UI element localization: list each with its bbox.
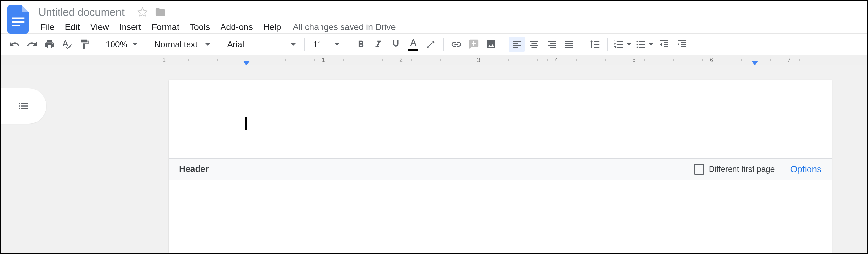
ruler-minor-tick xyxy=(673,59,674,61)
redo-button[interactable] xyxy=(24,36,40,52)
ruler-minor-tick xyxy=(732,59,732,61)
ruler-minor-tick xyxy=(392,59,392,61)
increase-indent-button[interactable] xyxy=(674,36,689,52)
italic-button[interactable] xyxy=(371,36,386,52)
spellcheck-button[interactable] xyxy=(59,36,75,52)
ruler-minor-tick xyxy=(450,59,451,61)
align-center-button[interactable] xyxy=(526,36,542,52)
ruler-minor-tick xyxy=(537,59,538,61)
undo-button[interactable] xyxy=(7,36,22,52)
svg-rect-2 xyxy=(12,25,20,27)
different-first-page-group[interactable]: Different first page xyxy=(694,164,775,174)
ruler-minor-tick xyxy=(606,59,606,61)
style-value: Normal text xyxy=(155,39,197,50)
svg-rect-1 xyxy=(12,21,25,23)
docs-logo-icon[interactable] xyxy=(7,5,29,34)
ruler-minor-tick xyxy=(343,59,344,61)
ruler-minor-tick xyxy=(440,59,441,61)
separator xyxy=(97,38,97,51)
ruler-minor-tick xyxy=(198,59,198,61)
ruler-minor-tick xyxy=(208,59,208,61)
ruler-minor-tick xyxy=(266,59,266,61)
document-title[interactable]: Untitled document xyxy=(35,6,128,19)
ruler-minor-tick xyxy=(460,59,460,61)
paint-format-button[interactable] xyxy=(76,36,92,52)
header-label: Header xyxy=(179,164,694,174)
header-region[interactable] xyxy=(169,81,832,158)
ruler-minor-tick xyxy=(780,59,780,61)
ruler-minor-tick xyxy=(305,59,305,61)
text-color-swatch xyxy=(408,49,418,51)
ruler-minor-tick xyxy=(489,59,489,61)
header-options-button[interactable]: Options xyxy=(790,164,822,174)
menu-addons[interactable]: Add-ons xyxy=(215,20,258,35)
align-justify-button[interactable] xyxy=(561,36,577,52)
star-icon[interactable] xyxy=(137,6,148,18)
ruler-tick: 6 xyxy=(710,57,713,64)
title-area: Untitled document File Edit View Insert … xyxy=(35,5,861,35)
styles-dropdown[interactable]: Normal text xyxy=(150,36,215,52)
menu-help[interactable]: Help xyxy=(258,20,286,35)
zoom-value: 100% xyxy=(106,39,127,50)
document-page[interactable]: Header Different first page Options xyxy=(169,81,832,253)
ruler-tick: 5 xyxy=(632,57,636,64)
ruler-tick: 3 xyxy=(477,57,480,64)
numbered-list-button[interactable] xyxy=(612,36,633,52)
separator xyxy=(348,38,348,51)
menu-format[interactable]: Format xyxy=(147,20,185,35)
ruler-minor-tick xyxy=(237,59,237,61)
insert-link-button[interactable] xyxy=(448,36,464,52)
ruler-minor-tick xyxy=(179,59,179,61)
text-color-button[interactable] xyxy=(406,36,421,52)
insert-image-button[interactable] xyxy=(484,36,499,52)
underline-button[interactable] xyxy=(388,36,404,52)
decrease-indent-button[interactable] xyxy=(656,36,672,52)
svg-rect-0 xyxy=(12,18,25,20)
ruler-minor-tick xyxy=(596,59,596,61)
ruler-minor-tick xyxy=(761,59,761,61)
save-status[interactable]: All changes saved in Drive xyxy=(293,22,396,32)
separator xyxy=(304,38,305,51)
topbar: Untitled document File Edit View Insert … xyxy=(1,1,867,33)
ruler-minor-tick xyxy=(353,59,353,61)
bold-button[interactable] xyxy=(353,36,369,52)
font-value: Arial xyxy=(227,39,244,50)
different-first-page-checkbox[interactable] xyxy=(694,164,704,174)
ruler-minor-tick xyxy=(276,59,276,61)
ruler[interactable]: 1 1 2 3 4 5 6 7 xyxy=(1,55,867,65)
ruler-minor-tick xyxy=(703,59,703,61)
ruler-minor-tick xyxy=(722,59,722,61)
caret-icon xyxy=(291,43,296,45)
canvas-area: Header Different first page Options xyxy=(1,65,867,253)
ruler-tick: 2 xyxy=(399,57,403,64)
bulleted-list-button[interactable] xyxy=(633,36,655,52)
menu-file[interactable]: File xyxy=(35,20,60,35)
menu-insert[interactable]: Insert xyxy=(114,20,147,35)
add-comment-button[interactable] xyxy=(466,36,482,52)
font-size-dropdown[interactable]: 11 xyxy=(309,36,344,52)
ruler-minor-tick xyxy=(751,59,751,61)
highlight-button[interactable] xyxy=(423,36,438,52)
caret-icon xyxy=(334,43,340,45)
toolbar: 100% Normal text Arial 11 xyxy=(1,33,867,55)
ruler-minor-tick xyxy=(256,59,256,61)
ruler-minor-tick xyxy=(431,59,431,61)
print-button[interactable] xyxy=(42,36,57,52)
menu-tools[interactable]: Tools xyxy=(184,20,215,35)
line-spacing-button[interactable] xyxy=(587,36,602,52)
menu-edit[interactable]: Edit xyxy=(60,20,85,35)
separator xyxy=(443,38,444,51)
align-right-button[interactable] xyxy=(544,36,559,52)
zoom-dropdown[interactable]: 100% xyxy=(101,36,142,52)
separator xyxy=(607,38,608,51)
align-left-button[interactable] xyxy=(509,36,525,52)
ruler-minor-tick xyxy=(547,59,548,61)
ruler-minor-tick xyxy=(654,59,654,61)
outline-toggle-button[interactable] xyxy=(1,88,46,124)
font-dropdown[interactable]: Arial xyxy=(223,36,301,52)
ruler-minor-tick xyxy=(693,59,693,61)
menu-view[interactable]: View xyxy=(85,20,114,35)
move-folder-icon[interactable] xyxy=(155,6,166,18)
ruler-minor-tick xyxy=(809,59,809,61)
ruler-minor-tick xyxy=(663,59,664,61)
